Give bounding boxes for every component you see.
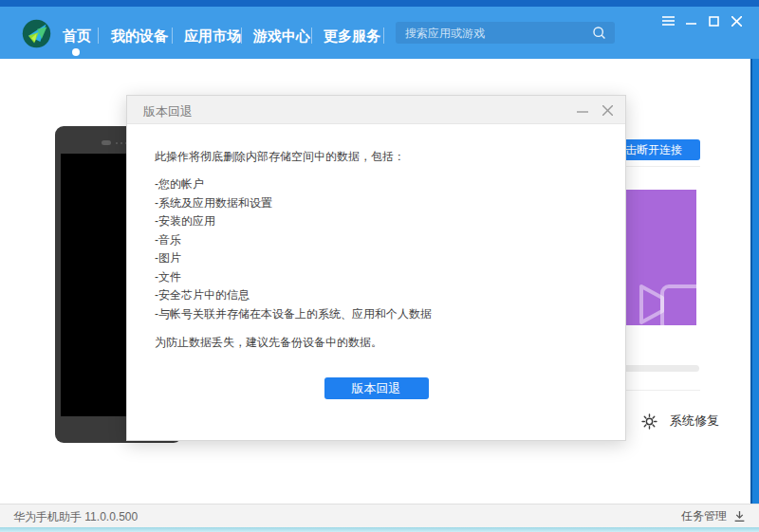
dialog-intro-text: 此操作将彻底删除内部存储空间中的数据，包括：: [155, 149, 598, 164]
main-navbar: 首页 我的设备 应用市场 游戏中心 更多服务: [0, 7, 759, 59]
system-repair-button[interactable]: 系统修复: [641, 413, 719, 430]
nav-home[interactable]: 首页: [63, 27, 91, 46]
nav-game-center[interactable]: 游戏中心: [253, 27, 310, 46]
search-box[interactable]: [396, 22, 615, 44]
dialog-list-item: -安全芯片中的信息: [155, 286, 598, 305]
window-top-edge: [0, 0, 759, 7]
dialog-list-item: -系统及应用数据和设置: [155, 194, 598, 213]
search-input[interactable]: [405, 22, 585, 44]
hisuite-window: 点击断开连接 系统修复: [0, 0, 759, 532]
search-icon[interactable]: [591, 25, 607, 41]
nav-separator: [98, 28, 99, 44]
system-repair-label: 系统修复: [670, 413, 719, 430]
window-bottom-edge: [0, 527, 759, 532]
dialog-list-item: -音乐: [155, 231, 598, 250]
dialog-close-icon[interactable]: [599, 100, 616, 120]
dialog-body: 此操作将彻底删除内部存储空间中的数据，包括： -您的帐户 -系统及应用数据和设置…: [127, 124, 625, 399]
close-icon[interactable]: [730, 9, 744, 32]
version-rollback-dialog: 版本回退 此操作将彻底删除内部存储空间中的数据，包括： -您的帐户 -系统及应用…: [126, 95, 626, 441]
nav-separator: [383, 28, 384, 44]
hisuite-logo: [22, 19, 51, 48]
dialog-warning-text: 为防止数据丢失，建议先备份设备中的数据。: [155, 334, 598, 353]
app-version-label: 华为手机助手 11.0.0.500: [13, 509, 138, 525]
nav-app-market[interactable]: 应用市场: [184, 27, 241, 46]
download-icon: [733, 510, 746, 523]
phone-speaker: [102, 140, 111, 145]
active-tab-indicator: [72, 48, 80, 56]
video-camera-icon: [636, 279, 696, 325]
window-right-edge: [750, 59, 759, 504]
menu-icon[interactable]: [661, 9, 676, 32]
task-manager-label: 任务管理: [681, 508, 727, 524]
gear-icon: [641, 413, 657, 430]
nav-my-devices[interactable]: 我的设备: [111, 27, 168, 46]
dialog-titlebar: 版本回退: [127, 96, 625, 124]
version-rollback-confirm-button[interactable]: 版本回退: [324, 377, 429, 399]
maximize-icon[interactable]: [707, 9, 721, 32]
dialog-list-item: -您的帐户: [155, 175, 598, 194]
task-manager-button[interactable]: 任务管理: [681, 508, 746, 524]
status-bar: 华为手机助手 11.0.0.500 任务管理: [0, 504, 759, 527]
dialog-list-item: -安装的应用: [155, 212, 598, 231]
phone-sensor-dots: [116, 142, 118, 144]
dialog-list-item: -文件: [155, 268, 598, 287]
nav-more-services[interactable]: 更多服务: [324, 27, 380, 46]
minimize-icon[interactable]: [684, 9, 698, 32]
dialog-list-item: -与帐号关联并存储在本设备上的系统、应用和个人数据: [155, 305, 598, 324]
dialog-minimize-icon[interactable]: [574, 100, 591, 120]
dialog-title: 版本回退: [143, 103, 193, 120]
nav-separator: [311, 28, 312, 44]
dialog-list-item: -图片: [155, 249, 598, 268]
nav-separator: [172, 28, 173, 44]
nav-separator: [241, 28, 242, 44]
